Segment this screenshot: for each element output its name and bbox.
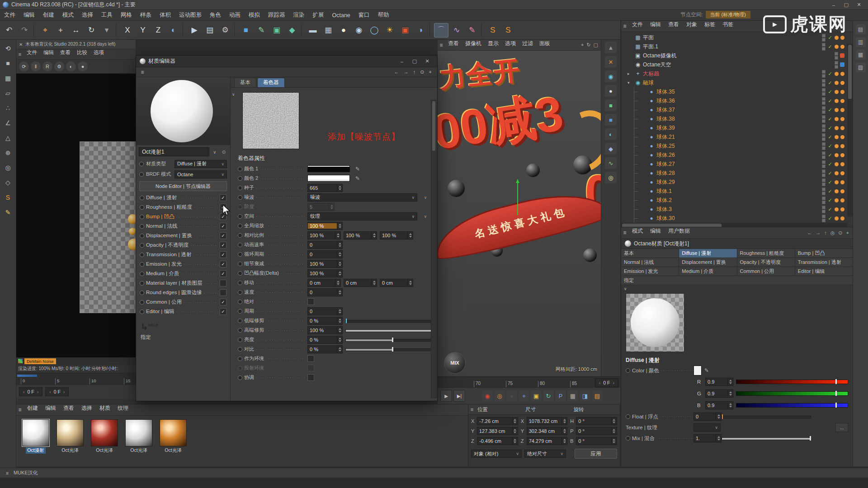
contrast-slider[interactable] [345,347,435,352]
octane-tag-icon[interactable] [835,117,839,121]
octane-tag-icon[interactable] [840,126,844,130]
keyframe-ball-icon[interactable]: ● [506,390,517,401]
menu-edit[interactable]: 编辑 [19,10,39,20]
record-scale-icon[interactable]: ▣ [531,390,542,401]
visibility-dots[interactable] [822,97,826,105]
animation-dot-icon[interactable] [140,196,144,200]
move-z-spinner[interactable]: 0 cm [380,279,413,287]
speed-spinner[interactable]: 0 [307,288,343,296]
rotation-field[interactable]: 0 ° [576,417,617,425]
pv-menu-item[interactable]: 文件 [24,49,40,59]
animation-dot-icon[interactable] [238,214,242,219]
material-preview[interactable] [626,293,684,352]
rotate-tool-icon[interactable]: ↻ [84,23,99,38]
attribute-tab[interactable]: Normal | 法线 [621,258,679,267]
collapse-arrow-icon[interactable]: ∨ [232,92,235,97]
object-row[interactable]: ● 球体.35 [621,87,853,96]
visibility-dots[interactable] [822,215,826,222]
animation-dot-icon[interactable] [238,281,242,285]
timeline-ruler[interactable]: 7075808590 0 F [438,376,620,387]
floor-object-icon[interactable]: ▬ [306,23,320,38]
object-row[interactable]: ● 球体.30 [621,214,853,223]
history-forward-icon[interactable]: → [816,230,821,236]
object-tag-icon[interactable] [840,53,844,58]
low-clip-spinner[interactable]: 0 % [307,317,343,325]
object-axis-gizmo[interactable] [517,183,518,215]
channel-checkbox[interactable] [220,232,226,239]
enable-check-icon[interactable] [827,98,833,103]
eyedropper-icon[interactable]: ✎ [355,166,360,172]
channel-checkbox[interactable] [220,194,226,201]
record-parameter-icon[interactable]: P [555,390,566,401]
absolute-checkbox[interactable] [307,298,314,305]
node-space-value[interactable]: 当前 (标准/物理) [706,11,750,19]
material-label[interactable]: Oct光泽 [94,447,114,454]
metaball-object-icon[interactable]: ◉ [605,70,617,82]
object-name[interactable]: 平面.1 [643,43,658,51]
minimal-timeline-icon[interactable]: ▤ [592,390,603,401]
me-close-button[interactable]: ✕ [421,57,434,66]
seed-spinner[interactable]: 665 [307,184,343,192]
menu-octane[interactable]: Octane [328,10,354,20]
animation-dot-icon[interactable] [238,224,242,228]
orbit-view-icon[interactable]: ↻ [586,42,590,48]
enable-check-icon[interactable] [827,44,833,49]
menu-character[interactable]: 角色 [206,10,225,20]
mix-slider[interactable] [722,436,811,441]
goto-next-key-button[interactable]: ▶| [453,390,465,402]
scroll-up-icon[interactable]: ▲ [605,42,617,53]
undo-icon[interactable]: ↶ [2,23,16,38]
attribute-tab[interactable]: Common | 公用 [737,267,795,276]
red-gradient-slider[interactable] [736,380,848,384]
object-name[interactable]: 球体.25 [656,142,675,150]
channel-row[interactable]: Round edges | 圆滑边缘 [136,288,230,297]
material-label[interactable]: Oct光泽 [129,447,148,454]
visibility-dots[interactable] [822,206,826,213]
object-row[interactable]: ▸ + 大标题 [621,69,853,78]
coordinate-system-icon[interactable]: ◐ [166,23,181,38]
eyedropper-icon[interactable]: ✎ [355,175,360,182]
object-name[interactable]: 球体.35 [656,88,675,96]
object-tag-icon[interactable] [840,62,844,67]
menu-help[interactable]: 帮助 [374,10,393,20]
attribute-tab[interactable]: Editor | 编辑 [795,267,853,276]
enable-check-icon[interactable] [827,188,833,194]
material-item[interactable]: Oct光泽 [55,419,85,454]
animation-dot-icon[interactable] [140,253,144,257]
visibility-dots[interactable] [822,188,826,195]
material-label[interactable]: Oct光泽 [163,447,183,454]
channel-checkbox[interactable] [220,213,226,220]
autokey-icon[interactable]: ◎ [494,390,505,401]
om-menu-item[interactable]: 查看 [665,21,683,32]
record-keyframe-icon[interactable]: ◉ [482,390,493,401]
mix-material-ball[interactable]: MIX [444,352,466,374]
move-y-spinner[interactable]: 0 cm [344,279,377,287]
object-name[interactable]: 融球 [643,79,654,87]
float-spinner[interactable]: 0 [693,413,722,421]
attr-menu-item[interactable]: 模式 [628,227,646,238]
parent-object-icon[interactable]: ↑ [824,230,827,236]
visibility-dots[interactable] [822,106,826,114]
spline-object-icon[interactable]: ∿ [605,157,617,169]
attribute-tab[interactable]: Medium | 介质 [679,267,736,276]
object-row[interactable]: ● 球体.21 [621,132,853,141]
viewport-menu-item[interactable]: 过滤 [519,40,536,50]
preview-options-icon[interactable]: ⊙ [220,150,227,155]
expand-arrow-icon[interactable]: ▸ [627,71,634,76]
object-row[interactable]: ▾ ◉ 融球 [621,78,853,87]
pv-menu-item[interactable]: 编辑 [40,49,57,59]
channel-checkbox[interactable] [220,204,226,211]
octane-tag-icon[interactable] [835,216,839,221]
animation-dot-icon[interactable] [238,328,242,333]
visibility-dots[interactable] [835,52,838,60]
close-panel-icon[interactable]: ✕ [605,56,617,68]
pv-menu-item[interactable]: 查看 [57,49,74,59]
enable-check-icon[interactable] [827,206,833,212]
viewport-menu-item[interactable]: 查看 [445,40,462,50]
object-row[interactable]: ● 球体.37 [621,105,853,114]
color2-swatch[interactable] [307,175,350,182]
octane-tag-icon[interactable] [840,81,844,85]
record-pla-icon[interactable]: ▦ [567,390,578,401]
global-scale-spinner[interactable]: 100 % [307,222,343,230]
animation-dot-icon[interactable] [140,300,144,305]
